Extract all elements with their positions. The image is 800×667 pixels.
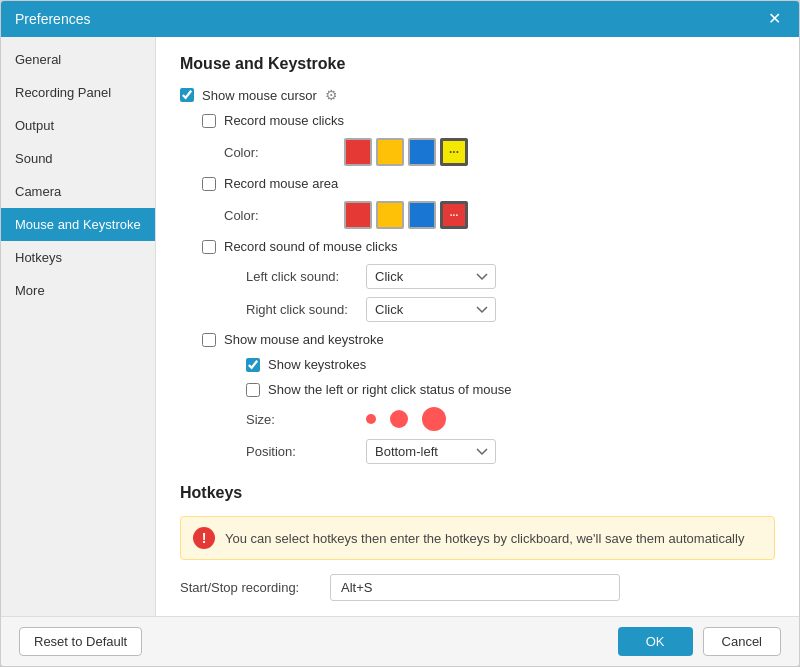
sidebar-item-mouse-keystroke[interactable]: Mouse and Keystroke	[1, 208, 155, 241]
record-mouse-clicks-row: Record mouse clicks	[202, 113, 775, 128]
record-mouse-clicks-label[interactable]: Record mouse clicks	[224, 113, 344, 128]
hotkeys-info-text: You can select hotkeys then enter the ho…	[225, 531, 744, 546]
hotkeys-info-banner: ! You can select hotkeys then enter the …	[180, 516, 775, 560]
sidebar: General Recording Panel Output Sound Cam…	[1, 37, 156, 616]
sidebar-item-output[interactable]: Output	[1, 109, 155, 142]
hotkeys-section: Hotkeys ! You can select hotkeys then en…	[180, 484, 775, 601]
show-keystrokes-row: Show keystrokes	[246, 357, 775, 372]
show-mouse-cursor-checkbox[interactable]	[180, 88, 194, 102]
size-small[interactable]	[366, 414, 376, 424]
right-click-sound-label: Right click sound:	[246, 302, 366, 317]
color-swatch-blue[interactable]	[408, 138, 436, 166]
record-sound-row: Record sound of mouse clicks	[202, 239, 775, 254]
area-color-swatch-blue[interactable]	[408, 201, 436, 229]
start-stop-row: Start/Stop recording:	[180, 574, 775, 601]
show-mouse-keystroke-checkbox[interactable]	[202, 333, 216, 347]
keystroke-sub-options: Show keystrokes Show the left or right c…	[246, 357, 775, 464]
title-bar: Preferences ✕	[1, 1, 799, 37]
left-click-sound-label: Left click sound:	[246, 269, 366, 284]
show-click-status-row: Show the left or right click status of m…	[246, 382, 775, 397]
mouse-area-color-row: Color: ···	[224, 201, 775, 229]
record-mouse-area-label[interactable]: Record mouse area	[224, 176, 338, 191]
color-swatch-more-btn[interactable]: ···	[440, 138, 468, 166]
right-click-sound-dropdown[interactable]: Click	[366, 297, 496, 322]
main-content: Mouse and Keystroke Show mouse cursor ⚙ …	[156, 37, 799, 616]
mouse-click-color-label: Color:	[224, 145, 344, 160]
record-mouse-area-section: Record mouse area Color: ···	[202, 176, 775, 229]
ok-button[interactable]: OK	[618, 627, 693, 656]
record-mouse-clicks-checkbox[interactable]	[202, 114, 216, 128]
footer-right-buttons: OK Cancel	[618, 627, 781, 656]
size-circles-group	[366, 407, 452, 431]
close-button[interactable]: ✕	[764, 9, 785, 29]
info-icon: !	[193, 527, 215, 549]
right-click-sound-row: Right click sound: Click	[246, 297, 775, 322]
left-click-sound-dropdown[interactable]: Click	[366, 264, 496, 289]
record-mouse-area-checkbox[interactable]	[202, 177, 216, 191]
record-sound-checkbox[interactable]	[202, 240, 216, 254]
size-medium[interactable]	[390, 410, 408, 428]
sidebar-item-hotkeys[interactable]: Hotkeys	[1, 241, 155, 274]
show-mouse-keystroke-row: Show mouse and keystroke	[202, 332, 775, 347]
sidebar-item-recording-panel[interactable]: Recording Panel	[1, 76, 155, 109]
show-click-status-checkbox[interactable]	[246, 383, 260, 397]
color-swatch-red[interactable]	[344, 138, 372, 166]
mouse-area-color-label: Color:	[224, 208, 344, 223]
sidebar-item-general[interactable]: General	[1, 43, 155, 76]
show-keystrokes-label[interactable]: Show keystrokes	[268, 357, 366, 372]
record-sound-label[interactable]: Record sound of mouse clicks	[224, 239, 397, 254]
start-stop-label: Start/Stop recording:	[180, 580, 330, 595]
hotkeys-title: Hotkeys	[180, 484, 775, 502]
record-mouse-clicks-section: Record mouse clicks Color: ···	[202, 113, 775, 166]
area-color-swatch-yellow[interactable]	[376, 201, 404, 229]
show-mouse-cursor-row: Show mouse cursor ⚙	[180, 87, 775, 103]
position-label: Position:	[246, 444, 366, 459]
cancel-button[interactable]: Cancel	[703, 627, 781, 656]
color-swatch-yellow[interactable]	[376, 138, 404, 166]
reset-to-default-button[interactable]: Reset to Default	[19, 627, 142, 656]
record-sound-section: Record sound of mouse clicks Left click …	[202, 239, 775, 322]
position-dropdown[interactable]: Bottom-left	[366, 439, 496, 464]
left-click-sound-row: Left click sound: Click	[246, 264, 775, 289]
show-click-status-label[interactable]: Show the left or right click status of m…	[268, 382, 512, 397]
mouse-keystroke-title: Mouse and Keystroke	[180, 55, 775, 73]
mouse-area-color-swatches: ···	[344, 201, 468, 229]
show-mouse-keystroke-label[interactable]: Show mouse and keystroke	[224, 332, 384, 347]
show-keystrokes-checkbox[interactable]	[246, 358, 260, 372]
dialog-title: Preferences	[15, 11, 90, 27]
show-mouse-keystroke-section: Show mouse and keystroke Show keystrokes…	[202, 332, 775, 464]
area-color-swatch-red[interactable]	[344, 201, 372, 229]
settings-gear-icon[interactable]: ⚙	[325, 87, 338, 103]
size-large[interactable]	[422, 407, 446, 431]
sidebar-item-camera[interactable]: Camera	[1, 175, 155, 208]
dialog-body: General Recording Panel Output Sound Cam…	[1, 37, 799, 616]
sidebar-item-more[interactable]: More	[1, 274, 155, 307]
record-mouse-area-row: Record mouse area	[202, 176, 775, 191]
start-stop-input[interactable]	[330, 574, 620, 601]
size-row: Size:	[246, 407, 775, 431]
preferences-dialog: Preferences ✕ General Recording Panel Ou…	[0, 0, 800, 667]
position-row: Position: Bottom-left	[246, 439, 775, 464]
sidebar-item-sound[interactable]: Sound	[1, 142, 155, 175]
size-label: Size:	[246, 412, 366, 427]
mouse-click-color-row: Color: ···	[224, 138, 775, 166]
mouse-click-color-swatches: ···	[344, 138, 468, 166]
area-color-swatch-red2[interactable]: ···	[440, 201, 468, 229]
show-mouse-cursor-label[interactable]: Show mouse cursor	[202, 88, 317, 103]
dialog-footer: Reset to Default OK Cancel	[1, 616, 799, 666]
